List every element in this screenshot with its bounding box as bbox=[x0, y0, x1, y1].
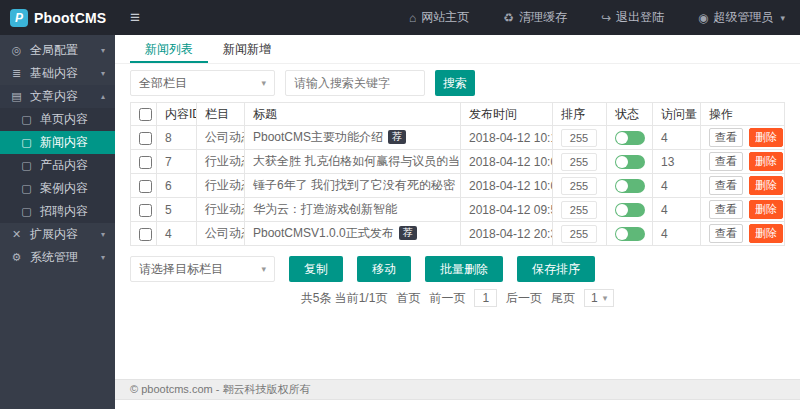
col-header-id: 内容ID bbox=[157, 103, 197, 126]
sidebar-item-label: 单页内容 bbox=[40, 111, 88, 128]
sidebar-item-system-manage[interactable]: ⚙ 系统管理 ▾ bbox=[0, 246, 115, 269]
sort-input[interactable] bbox=[561, 225, 597, 243]
target-category-select[interactable]: 请选择目标栏目 ▾ bbox=[130, 256, 275, 282]
status-toggle[interactable] bbox=[615, 131, 645, 145]
gear-icon: ⚙ bbox=[10, 251, 23, 264]
cell-actions: 查看 删除 修改 bbox=[701, 150, 785, 174]
cell-actions: 查看 删除 修改 bbox=[701, 174, 785, 198]
sidebar-item-news[interactable]: ▢ 新闻内容 bbox=[0, 131, 115, 154]
nav-site-home[interactable]: ⌂ 网站主页 bbox=[409, 9, 469, 26]
delete-button[interactable]: 删除 bbox=[749, 176, 783, 195]
sidebar-item-recruit[interactable]: ▢ 招聘内容 bbox=[0, 200, 115, 223]
table-row: 6 行业动态 锤子6年了 我们找到了它没有死的秘密 2018-04-12 10:… bbox=[131, 174, 785, 198]
view-button[interactable]: 查看 bbox=[709, 200, 743, 219]
sidebar-item-case[interactable]: ▢ 案例内容 bbox=[0, 177, 115, 200]
status-toggle[interactable] bbox=[615, 155, 645, 169]
menu-toggle-icon[interactable]: ≡ bbox=[130, 9, 140, 26]
pagination-jump-select[interactable]: 1 ▾ bbox=[584, 289, 614, 307]
chevron-down-icon: ▾ bbox=[101, 46, 105, 55]
sidebar-item-label: 扩展内容 bbox=[30, 226, 78, 243]
cell-title: PbootCMS主要功能介绍荐 bbox=[245, 126, 461, 150]
sidebar-item-label: 招聘内容 bbox=[40, 203, 88, 220]
sort-input[interactable] bbox=[561, 129, 597, 147]
app: P PbootCMS ≡ ⌂ 网站主页 ♻ 清理缓存 ↪ 退出登陆 ◉ bbox=[0, 0, 800, 409]
select-all-checkbox[interactable] bbox=[139, 108, 152, 121]
sort-input[interactable] bbox=[561, 153, 597, 171]
view-button[interactable]: 查看 bbox=[709, 152, 743, 171]
pagination-summary: 共5条 当前1/1页 bbox=[301, 290, 388, 307]
page-footer: © pbootcms.com - 翱云科技版权所有 bbox=[115, 379, 800, 400]
tab-news-list[interactable]: 新闻列表 bbox=[130, 35, 208, 63]
cell-category: 行业动态 bbox=[197, 198, 245, 222]
move-button[interactable]: 移动 bbox=[357, 256, 411, 282]
sidebar-item-label: 产品内容 bbox=[40, 157, 88, 174]
row-checkbox[interactable] bbox=[139, 228, 152, 241]
sidebar-item-label: 新闻内容 bbox=[40, 134, 88, 151]
table-row: 5 行业动态 华为云：打造游戏创新智能 2018-04-12 09:52:36 … bbox=[131, 198, 785, 222]
delete-button[interactable]: 删除 bbox=[749, 152, 783, 171]
cell-sort bbox=[553, 126, 607, 150]
sort-input[interactable] bbox=[561, 177, 597, 195]
status-toggle[interactable] bbox=[615, 227, 645, 241]
nav-logout[interactable]: ↪ 退出登陆 bbox=[601, 9, 664, 26]
pagination-last[interactable]: 尾页 bbox=[551, 290, 575, 307]
chevron-down-icon: ▾ bbox=[101, 69, 105, 78]
tab-bar: 新闻列表 新闻新增 bbox=[115, 35, 800, 64]
delete-button[interactable]: 删除 bbox=[749, 200, 783, 219]
pagination-next[interactable]: 后一页 bbox=[506, 290, 542, 307]
category-select[interactable]: 全部栏目 ▾ bbox=[130, 70, 275, 96]
header-checkbox-cell bbox=[131, 103, 157, 126]
nav-admin-user[interactable]: ◉ 超级管理员 ▾ bbox=[698, 9, 785, 26]
nav-clear-cache[interactable]: ♻ 清理缓存 bbox=[503, 9, 567, 26]
sidebar-item-article-content[interactable]: ▤ 文章内容 ▴ bbox=[0, 85, 115, 108]
cell-views: 4 bbox=[653, 222, 701, 246]
cell-title: 锤子6年了 我们找到了它没有死的秘密 bbox=[245, 174, 461, 198]
view-button[interactable]: 查看 bbox=[709, 176, 743, 195]
sidebar: ◎ 全局配置 ▾ ≣ 基础内容 ▾ ▤ 文章内容 ▴ ▢ 单页内容 ▢ bbox=[0, 35, 115, 409]
save-sort-button[interactable]: 保存排序 bbox=[517, 256, 595, 282]
row-checkbox[interactable] bbox=[139, 132, 152, 145]
view-button[interactable]: 查看 bbox=[709, 128, 743, 147]
home-icon: ⌂ bbox=[409, 11, 416, 25]
status-toggle[interactable] bbox=[615, 179, 645, 193]
cell-status bbox=[607, 222, 653, 246]
sort-input[interactable] bbox=[561, 201, 597, 219]
table-row: 7 行业动态 大获全胜 扎克伯格如何赢得与议员的当面对峙 2018-04-12 … bbox=[131, 150, 785, 174]
sidebar-item-product[interactable]: ▢ 产品内容 bbox=[0, 154, 115, 177]
sidebar-item-basic-content[interactable]: ≣ 基础内容 ▾ bbox=[0, 62, 115, 85]
status-toggle[interactable] bbox=[615, 203, 645, 217]
chevron-down-icon: ▾ bbox=[261, 78, 266, 88]
view-button[interactable]: 查看 bbox=[709, 224, 743, 243]
cell-id: 4 bbox=[157, 222, 197, 246]
logo: P PbootCMS bbox=[0, 0, 115, 35]
cell-id: 8 bbox=[157, 126, 197, 150]
copy-button[interactable]: 复制 bbox=[289, 256, 343, 282]
delete-button[interactable]: 删除 bbox=[749, 128, 783, 147]
delete-button[interactable]: 删除 bbox=[749, 224, 783, 243]
nav-clear-cache-label: 清理缓存 bbox=[519, 9, 567, 26]
pagination-first[interactable]: 首页 bbox=[396, 290, 420, 307]
category-select-value: 全部栏目 bbox=[139, 75, 187, 92]
recommend-badge: 荐 bbox=[388, 130, 406, 144]
sidebar-item-extend-content[interactable]: ✕ 扩展内容 ▾ bbox=[0, 223, 115, 246]
cell-id: 6 bbox=[157, 174, 197, 198]
sidebar-item-single-page[interactable]: ▢ 单页内容 bbox=[0, 108, 115, 131]
table-header-row: 内容ID 栏目 标题 发布时间 排序 状态 访问量 操作 bbox=[131, 103, 785, 126]
search-button[interactable]: 搜索 bbox=[435, 70, 475, 96]
row-checkbox[interactable] bbox=[139, 180, 152, 193]
doc-icon: ▢ bbox=[20, 205, 33, 218]
pagination-prev[interactable]: 前一页 bbox=[429, 290, 465, 307]
main-content: 新闻列表 新闻新增 全部栏目 ▾ 搜索 bbox=[115, 35, 800, 409]
pagination-page-1[interactable]: 1 bbox=[474, 289, 497, 307]
tab-news-add[interactable]: 新闻新增 bbox=[208, 35, 286, 63]
bulk-delete-button[interactable]: 批量删除 bbox=[425, 256, 503, 282]
sidebar-item-global-config[interactable]: ◎ 全局配置 ▾ bbox=[0, 39, 115, 62]
sidebar-item-label: 系统管理 bbox=[30, 249, 78, 266]
cell-status bbox=[607, 126, 653, 150]
cell-publish-time: 2018-04-12 10:06:22 bbox=[461, 174, 553, 198]
cell-views: 4 bbox=[653, 126, 701, 150]
row-checkbox[interactable] bbox=[139, 156, 152, 169]
row-checkbox[interactable] bbox=[139, 204, 152, 217]
logo-text: PbootCMS bbox=[34, 10, 106, 26]
search-input[interactable] bbox=[285, 70, 425, 96]
